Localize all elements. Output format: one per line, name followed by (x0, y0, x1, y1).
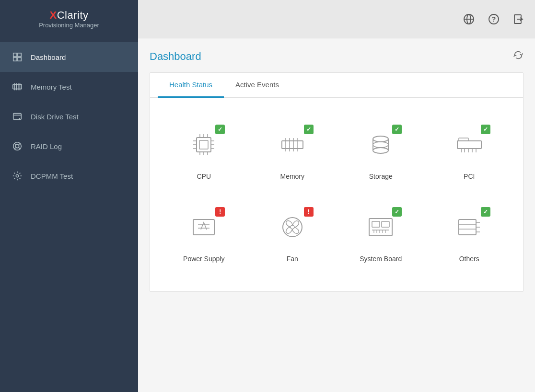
others-hw-icon (455, 213, 484, 243)
memory-test-icon (12, 81, 23, 92)
content-header: Dashboard (150, 50, 523, 63)
tab-active-events[interactable]: Active Events (224, 73, 291, 98)
power-supply-icon-wrap: ! (185, 209, 223, 247)
health-item-cpu[interactable]: ✓ CPU (160, 112, 248, 195)
others-status-badge: ✓ (481, 207, 490, 217)
topbar-icons: ? (462, 12, 525, 26)
sidebar-label-dashboard: Dashboard (31, 53, 66, 61)
health-item-storage[interactable]: ✓ Storage (337, 112, 425, 195)
svg-rect-87 (459, 219, 476, 235)
svg-point-65 (373, 142, 388, 148)
cpu-icon (189, 130, 218, 161)
storage-hw-icon (366, 130, 395, 161)
fan-hw-icon (278, 213, 307, 243)
storage-label: Storage (369, 173, 393, 180)
memory-icon-wrap: ✓ (273, 127, 312, 165)
svg-rect-11 (13, 84, 22, 89)
fan-status-badge: ! (304, 207, 314, 217)
sidebar: Dashboard (0, 38, 138, 392)
svg-rect-8 (18, 53, 21, 57)
tabs: Health Status Active Events (150, 73, 523, 98)
svg-line-31 (14, 148, 16, 149)
sidebar-label-dcpmm-test: DCPMM Test (31, 172, 73, 180)
sidebar-item-dashboard[interactable]: Dashboard (0, 42, 138, 72)
svg-rect-48 (282, 141, 303, 149)
sidebar-item-raid-log[interactable]: RAID Log (0, 131, 138, 161)
svg-rect-9 (13, 58, 17, 61)
globe-icon[interactable] (462, 12, 476, 26)
cpu-label: CPU (197, 173, 211, 180)
others-icon-wrap: ✓ (450, 209, 488, 247)
sidebar-label-memory-test: Memory Test (31, 83, 72, 91)
topbar: XClarity Provisioning Manager ? (0, 0, 535, 38)
sidebar-label-raid-log: RAID Log (31, 142, 62, 150)
health-item-system-board[interactable]: ✓ System Board (337, 195, 425, 277)
memory-status-badge: ✓ (304, 125, 314, 134)
dashboard-card: Health Status Active Events (150, 72, 523, 292)
pci-label: PCI (464, 173, 475, 180)
power-supply-hw-icon (189, 213, 218, 243)
exit-icon[interactable] (512, 12, 525, 26)
system-board-status-badge: ✓ (392, 207, 402, 217)
refresh-button[interactable] (513, 50, 523, 63)
sidebar-item-memory-test[interactable]: Memory Test (0, 72, 138, 102)
power-supply-label: Power Supply (183, 255, 224, 263)
svg-point-77 (291, 225, 294, 229)
pci-icon-wrap: ✓ (450, 127, 488, 165)
svg-point-33 (16, 174, 19, 177)
svg-text:?: ? (492, 15, 496, 23)
fan-icon-wrap: ! (273, 209, 312, 247)
content-area: Dashboard Health Status Active Events (138, 38, 535, 392)
pci-status-badge: ✓ (481, 125, 490, 134)
logo-area: XClarity Provisioning Manager (0, 0, 138, 38)
others-label: Others (459, 255, 479, 263)
svg-point-28 (15, 144, 19, 148)
memory-label: Memory (280, 173, 304, 180)
page-title: Dashboard (150, 50, 201, 63)
svg-point-76 (283, 218, 302, 237)
sidebar-label-disk-drive-test: Disk Drive Test (31, 113, 79, 121)
svg-point-25 (19, 118, 20, 119)
health-grid: ✓ CPU (150, 98, 523, 291)
logo-title: XClarity (49, 9, 88, 22)
main-layout: Dashboard (0, 38, 535, 392)
raid-log-icon (12, 141, 23, 151)
svg-rect-7 (13, 53, 17, 57)
sidebar-item-dcpmm-test[interactable]: DCPMM Test (0, 161, 138, 191)
power-supply-status-badge: ! (215, 207, 225, 217)
svg-rect-66 (457, 141, 481, 149)
tab-health-status[interactable]: Health Status (158, 73, 224, 98)
svg-rect-10 (18, 58, 21, 61)
svg-rect-34 (197, 138, 211, 152)
fan-label: Fan (287, 255, 298, 263)
svg-rect-79 (372, 221, 380, 227)
health-item-others[interactable]: ✓ Others (425, 195, 514, 277)
dcpmm-icon (12, 171, 23, 181)
storage-icon-wrap: ✓ (361, 127, 400, 165)
svg-line-29 (14, 143, 16, 145)
svg-point-61 (373, 136, 388, 142)
system-board-label: System Board (360, 255, 402, 263)
disk-drive-icon (12, 111, 23, 122)
health-item-power-supply[interactable]: ! Power Supply (160, 195, 248, 277)
health-item-fan[interactable]: ! Fan (248, 195, 337, 277)
system-board-icon-wrap: ✓ (361, 209, 400, 247)
health-item-memory[interactable]: ✓ Memory (248, 112, 337, 195)
svg-line-32 (19, 148, 20, 149)
help-icon[interactable]: ? (487, 12, 500, 26)
sidebar-item-disk-drive-test[interactable]: Disk Drive Test (0, 102, 138, 131)
cpu-status-badge: ✓ (215, 125, 225, 134)
svg-rect-35 (199, 140, 208, 149)
svg-point-64 (373, 148, 388, 153)
cpu-icon-wrap: ✓ (185, 127, 223, 165)
logo-subtitle: Provisioning Manager (39, 22, 99, 29)
memory-hw-icon (278, 130, 307, 161)
pci-hw-icon (455, 130, 484, 161)
storage-status-badge: ✓ (392, 125, 402, 134)
dashboard-icon (12, 52, 23, 62)
health-item-pci[interactable]: ✓ PCI (425, 112, 514, 195)
svg-line-30 (19, 143, 20, 145)
svg-rect-80 (382, 221, 389, 227)
logo-x: X (49, 9, 57, 21)
system-board-hw-icon (366, 213, 395, 243)
